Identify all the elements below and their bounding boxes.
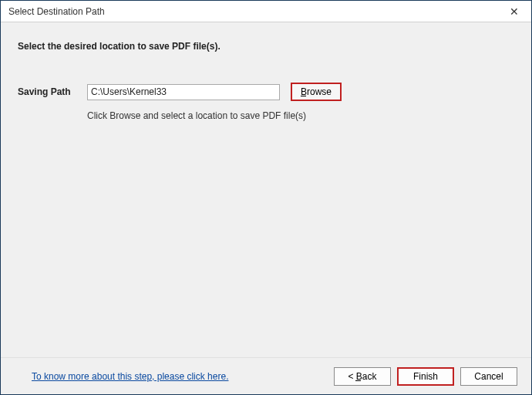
footer-buttons: < Back Finish Cancel — [334, 367, 517, 386]
titlebar: Select Destination Path ✕ — [1, 1, 531, 22]
saving-path-label: Saving Path — [18, 86, 76, 97]
browse-button[interactable]: Browse — [291, 83, 342, 101]
saving-path-input[interactable] — [87, 84, 280, 100]
finish-button-label: Finish — [413, 371, 438, 382]
back-button-label: < Back — [348, 371, 376, 382]
browse-button-label: Browse — [301, 86, 332, 97]
footer: To know more about this step, please cli… — [1, 357, 531, 394]
cancel-button[interactable]: Cancel — [460, 367, 517, 386]
close-button[interactable]: ✕ — [502, 3, 527, 20]
page-heading: Select the desired location to save PDF … — [18, 41, 514, 52]
select-destination-dialog: Select Destination Path ✕ Select the des… — [0, 0, 532, 395]
cancel-button-label: Cancel — [474, 371, 503, 382]
close-icon: ✕ — [510, 5, 519, 18]
content-area: Select the desired location to save PDF … — [1, 22, 531, 357]
saving-path-row: Saving Path Browse — [18, 83, 514, 101]
window-title: Select Destination Path — [8, 6, 105, 17]
hint-text: Click Browse and select a location to sa… — [18, 110, 514, 121]
help-link[interactable]: To know more about this step, please cli… — [32, 371, 228, 382]
back-button[interactable]: < Back — [334, 367, 391, 386]
finish-button[interactable]: Finish — [397, 367, 454, 386]
